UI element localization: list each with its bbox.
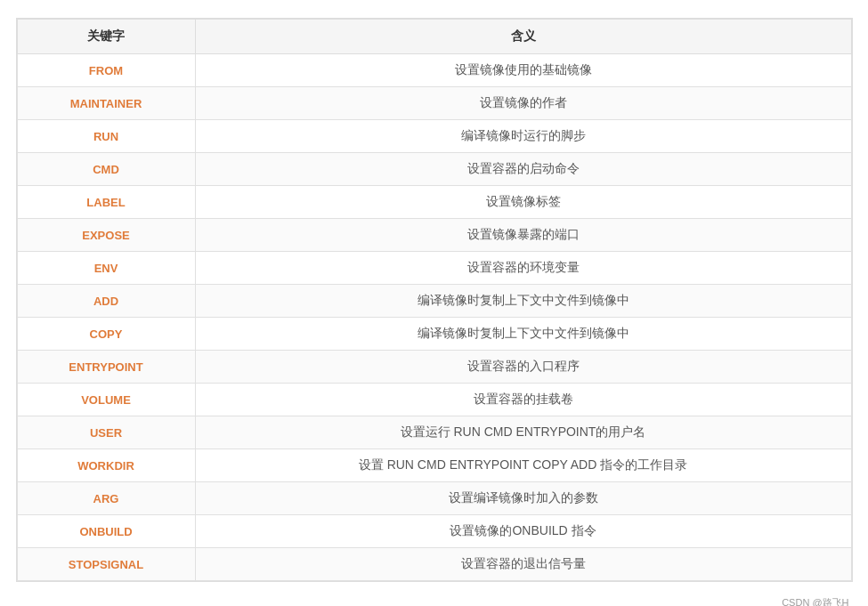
meaning-cell: 设置容器的启动命令	[195, 153, 851, 186]
table-row: MAINTAINER设置镜像的作者	[17, 87, 851, 120]
table-row: STOPSIGNAL设置容器的退出信号量	[17, 548, 851, 581]
table-row: VOLUME设置容器的挂载卷	[17, 384, 851, 416]
keyword-cell: USER	[17, 416, 195, 449]
keyword-cell: CMD	[17, 153, 195, 186]
table-row: USER设置运行 RUN CMD ENTRYPOINT的用户名	[17, 416, 851, 449]
meaning-cell: 设置容器的环境变量	[195, 252, 851, 285]
keyword-cell: ADD	[17, 285, 195, 318]
meaning-cell: 设置镜像的ONBUILD 指令	[195, 515, 851, 548]
col-header-keyword: 关键字	[17, 20, 195, 54]
table-row: ENV设置容器的环境变量	[17, 252, 851, 285]
keyword-cell: WORKDIR	[17, 449, 195, 482]
meaning-cell: 设置容器的入口程序	[195, 351, 851, 384]
meaning-cell: 设置镜像标签	[195, 186, 851, 219]
col-header-meaning: 含义	[195, 20, 851, 54]
meaning-cell: 设置运行 RUN CMD ENTRYPOINT的用户名	[195, 416, 851, 449]
table-row: ONBUILD设置镜像的ONBUILD 指令	[17, 515, 851, 548]
table-row: EXPOSE设置镜像暴露的端口	[17, 219, 851, 252]
table-row: ARG设置编译镜像时加入的参数	[17, 482, 851, 515]
main-table-wrapper: 关键字 含义 FROM设置镜像使用的基础镜像MAINTAINER设置镜像的作者R…	[16, 18, 853, 582]
meaning-cell: 设置编译镜像时加入的参数	[195, 482, 851, 515]
keyword-cell: ENV	[17, 252, 195, 285]
table-row: ADD编译镜像时复制上下文中文件到镜像中	[17, 285, 851, 318]
meaning-cell: 设置镜像的作者	[195, 87, 851, 120]
meaning-cell: 编译镜像时复制上下文中文件到镜像中	[195, 285, 851, 318]
meaning-cell: 设置容器的退出信号量	[195, 548, 851, 581]
table-row: CMD设置容器的启动命令	[17, 153, 851, 186]
table-row: ENTRYPOINT设置容器的入口程序	[17, 351, 851, 384]
keyword-cell: COPY	[17, 318, 195, 351]
table-row: COPY编译镜像时复制上下文中文件到镜像中	[17, 318, 851, 351]
keyword-cell: ENTRYPOINT	[17, 351, 195, 384]
meaning-cell: 编译镜像时运行的脚步	[195, 120, 851, 153]
table-row: WORKDIR设置 RUN CMD ENTRYPOINT COPY ADD 指令…	[17, 449, 851, 482]
table-row: FROM设置镜像使用的基础镜像	[17, 54, 851, 87]
keyword-cell: MAINTAINER	[17, 87, 195, 120]
meaning-cell: 设置容器的挂载卷	[195, 384, 851, 416]
meaning-cell: 设置镜像使用的基础镜像	[195, 54, 851, 87]
keyword-cell: LABEL	[17, 186, 195, 219]
table-row: RUN编译镜像时运行的脚步	[17, 120, 851, 153]
footer-note: CSDN @路飞H	[16, 596, 853, 606]
table-header-row: 关键字 含义	[17, 20, 851, 54]
keyword-cell: RUN	[17, 120, 195, 153]
keyword-cell: ARG	[17, 482, 195, 515]
keywords-table: 关键字 含义 FROM设置镜像使用的基础镜像MAINTAINER设置镜像的作者R…	[17, 19, 852, 581]
keyword-cell: STOPSIGNAL	[17, 548, 195, 581]
keyword-cell: ONBUILD	[17, 515, 195, 548]
table-row: LABEL设置镜像标签	[17, 186, 851, 219]
keyword-cell: EXPOSE	[17, 219, 195, 252]
meaning-cell: 设置 RUN CMD ENTRYPOINT COPY ADD 指令的工作目录	[195, 449, 851, 482]
meaning-cell: 设置镜像暴露的端口	[195, 219, 851, 252]
keyword-cell: VOLUME	[17, 384, 195, 416]
meaning-cell: 编译镜像时复制上下文中文件到镜像中	[195, 318, 851, 351]
keyword-cell: FROM	[17, 54, 195, 87]
